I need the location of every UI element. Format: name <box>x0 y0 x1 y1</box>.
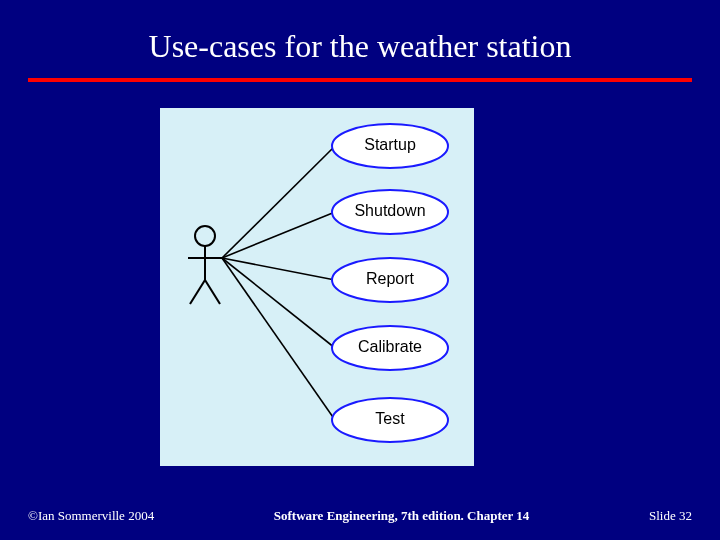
use-case-diagram: Startup Shutdown Report Calibrate Test <box>160 108 474 466</box>
svg-line-7 <box>222 258 335 280</box>
use-case-shutdown: Shutdown <box>335 202 445 220</box>
association-lines <box>222 146 335 420</box>
title-rule <box>28 78 692 82</box>
use-case-test: Test <box>335 410 445 428</box>
svg-line-9 <box>222 258 335 420</box>
use-case-calibrate: Calibrate <box>335 338 445 356</box>
svg-line-8 <box>222 258 335 348</box>
footer-copyright: ©Ian Sommerville 2004 <box>28 508 154 524</box>
footer: ©Ian Sommerville 2004 Software Engineeri… <box>28 508 692 524</box>
footer-slide-number: Slide 32 <box>649 508 692 524</box>
slide: Use-cases for the weather station <box>0 0 720 540</box>
svg-line-6 <box>222 212 335 258</box>
svg-line-3 <box>190 280 205 304</box>
slide-title: Use-cases for the weather station <box>0 28 720 65</box>
actor-icon <box>188 226 222 304</box>
footer-book-chapter: Software Engineering, 7th edition. Chapt… <box>274 508 530 524</box>
svg-point-0 <box>195 226 215 246</box>
svg-line-5 <box>222 146 335 258</box>
use-case-report: Report <box>335 270 445 288</box>
svg-line-4 <box>205 280 220 304</box>
use-case-startup: Startup <box>335 136 445 154</box>
